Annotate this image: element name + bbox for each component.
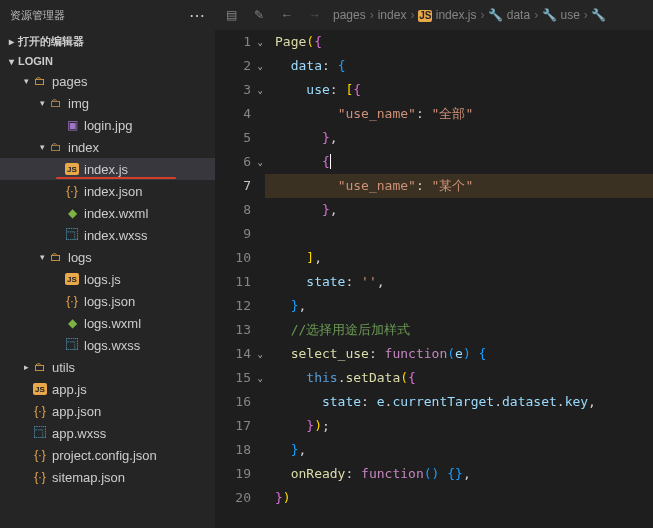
tree-item-label: logs.js bbox=[84, 272, 121, 287]
line-number[interactable]: 12 bbox=[215, 294, 261, 318]
breadcrumb-item[interactable]: pages bbox=[333, 8, 366, 22]
tree-item-sitemap-json[interactable]: {·}sitemap.json bbox=[0, 466, 215, 488]
code-line[interactable]: "use_name": "全部" bbox=[265, 102, 653, 126]
line-number[interactable]: 8 bbox=[215, 198, 261, 222]
code-line[interactable]: this.setData({ bbox=[265, 366, 653, 390]
tree-item-index-wxml[interactable]: ◆index.wxml bbox=[0, 202, 215, 224]
explorer-sidebar: 资源管理器 ⋯ ▸ 打开的编辑器 ▾ LOGIN ▾🗀pages▾🗀img▣lo… bbox=[0, 0, 215, 528]
fold-icon[interactable]: ⌄ bbox=[258, 366, 263, 390]
code-area: 1⌄2⌄3⌄456⌄7891011121314⌄15⌄1617181920 Pa… bbox=[215, 30, 653, 528]
code-line[interactable]: state: e.currentTarget.dataset.key, bbox=[265, 390, 653, 414]
line-number[interactable]: 9 bbox=[215, 222, 261, 246]
code-line[interactable]: }, bbox=[265, 438, 653, 462]
line-number[interactable]: 10 bbox=[215, 246, 261, 270]
breadcrumb-item[interactable]: index bbox=[378, 8, 407, 22]
sidebar-header: 资源管理器 ⋯ bbox=[0, 0, 215, 31]
tree-item-utils[interactable]: ▸🗀utils bbox=[0, 356, 215, 378]
tree-item-index[interactable]: ▾🗀index bbox=[0, 136, 215, 158]
code-line[interactable]: }, bbox=[265, 126, 653, 150]
code-content[interactable]: Page({ data: { use: [{ "use_name": "全部" … bbox=[265, 30, 653, 528]
bookmark-icon[interactable]: ✎ bbox=[249, 8, 269, 22]
code-line[interactable]: onReady: function() {}, bbox=[265, 462, 653, 486]
tree-item-app-wxss[interactable]: ⿹app.wxss bbox=[0, 422, 215, 444]
fold-icon[interactable]: ⌄ bbox=[258, 54, 263, 78]
code-line[interactable]: data: { bbox=[265, 54, 653, 78]
tree-item-index-js[interactable]: JSindex.js bbox=[0, 158, 215, 180]
tree-item-login-jpg[interactable]: ▣login.jpg bbox=[0, 114, 215, 136]
chevron-right-icon: ▸ bbox=[20, 362, 32, 372]
code-line[interactable]: //选择用途后加样式 bbox=[265, 318, 653, 342]
breadcrumb-item[interactable]: 🔧 data bbox=[488, 8, 530, 22]
code-line[interactable] bbox=[265, 222, 653, 246]
line-number[interactable]: 7 bbox=[215, 174, 261, 198]
sidebar-toggle-icon[interactable]: ▤ bbox=[221, 8, 241, 22]
tree-item-label: sitemap.json bbox=[52, 470, 125, 485]
tree-item-label: index bbox=[68, 140, 99, 155]
line-number[interactable]: 13 bbox=[215, 318, 261, 342]
tree-item-label: index.json bbox=[84, 184, 143, 199]
tree-item-label: index.wxss bbox=[84, 228, 148, 243]
tree-item-pages[interactable]: ▾🗀pages bbox=[0, 70, 215, 92]
code-line[interactable]: state: '', bbox=[265, 270, 653, 294]
editor-pane: ▤ ✎ ← → pages›index›JS index.js›🔧 data›🔧… bbox=[215, 0, 653, 528]
code-line[interactable]: Page({ bbox=[265, 30, 653, 54]
tree-item-logs-json[interactable]: {·}logs.json bbox=[0, 290, 215, 312]
fold-icon[interactable]: ⌄ bbox=[258, 78, 263, 102]
line-number[interactable]: 17 bbox=[215, 414, 261, 438]
tree-item-logs-js[interactable]: JSlogs.js bbox=[0, 268, 215, 290]
nav-forward-icon[interactable]: → bbox=[305, 8, 325, 22]
line-number[interactable]: 4 bbox=[215, 102, 261, 126]
open-editors-section[interactable]: ▸ 打开的编辑器 bbox=[0, 31, 215, 52]
tree-item-img[interactable]: ▾🗀img bbox=[0, 92, 215, 114]
line-number[interactable]: 2⌄ bbox=[215, 54, 261, 78]
more-actions-icon[interactable]: ⋯ bbox=[189, 6, 205, 25]
tree-item-label: logs.wxss bbox=[84, 338, 140, 353]
fold-icon[interactable]: ⌄ bbox=[258, 342, 263, 366]
code-line[interactable]: }); bbox=[265, 414, 653, 438]
line-number[interactable]: 6⌄ bbox=[215, 150, 261, 174]
code-line[interactable]: "use_name": "某个" bbox=[265, 174, 653, 198]
gutter[interactable]: 1⌄2⌄3⌄456⌄7891011121314⌄15⌄1617181920 bbox=[215, 30, 265, 528]
code-line[interactable]: }, bbox=[265, 198, 653, 222]
tree-item-label: index.js bbox=[84, 162, 128, 177]
fold-icon[interactable]: ⌄ bbox=[258, 30, 263, 54]
tree-item-logs-wxss[interactable]: ⿹logs.wxss bbox=[0, 334, 215, 356]
breadcrumb[interactable]: pages›index›JS index.js›🔧 data›🔧 use › 🔧 bbox=[333, 8, 647, 22]
line-number[interactable]: 18 bbox=[215, 438, 261, 462]
tree-item-label: index.wxml bbox=[84, 206, 148, 221]
tree-item-label: img bbox=[68, 96, 89, 111]
code-line[interactable]: use: [{ bbox=[265, 78, 653, 102]
breadcrumb-item[interactable]: JS index.js bbox=[418, 8, 476, 22]
line-number[interactable]: 19 bbox=[215, 462, 261, 486]
line-number[interactable]: 3⌄ bbox=[215, 78, 261, 102]
tree-item-app-json[interactable]: {·}app.json bbox=[0, 400, 215, 422]
chevron-down-icon: ▾ bbox=[4, 56, 18, 67]
tree-item-index-wxss[interactable]: ⿹index.wxss bbox=[0, 224, 215, 246]
chevron-down-icon: ▾ bbox=[20, 76, 32, 86]
code-line[interactable]: select_use: function(e) { bbox=[265, 342, 653, 366]
line-number[interactable]: 1⌄ bbox=[215, 30, 261, 54]
line-number[interactable]: 11 bbox=[215, 270, 261, 294]
tree-item-label: utils bbox=[52, 360, 75, 375]
line-number[interactable]: 16 bbox=[215, 390, 261, 414]
code-line[interactable]: { bbox=[265, 150, 653, 174]
code-line[interactable]: ], bbox=[265, 246, 653, 270]
tree-item-index-json[interactable]: {·}index.json bbox=[0, 180, 215, 202]
editor-toolbar: ▤ ✎ ← → pages›index›JS index.js›🔧 data›🔧… bbox=[215, 0, 653, 30]
fold-icon[interactable]: ⌄ bbox=[258, 150, 263, 174]
project-label: LOGIN bbox=[18, 55, 53, 67]
project-section[interactable]: ▾ LOGIN bbox=[0, 52, 215, 70]
line-number[interactable]: 20 bbox=[215, 486, 261, 510]
breadcrumb-item[interactable]: 🔧 use bbox=[542, 8, 580, 22]
code-line[interactable]: }, bbox=[265, 294, 653, 318]
code-line[interactable]: }) bbox=[265, 486, 653, 510]
line-number[interactable]: 14⌄ bbox=[215, 342, 261, 366]
line-number[interactable]: 5 bbox=[215, 126, 261, 150]
tree-item-app-js[interactable]: JSapp.js bbox=[0, 378, 215, 400]
tree-item-logs-wxml[interactable]: ◆logs.wxml bbox=[0, 312, 215, 334]
line-number[interactable]: 15⌄ bbox=[215, 366, 261, 390]
tree-item-project-config-json[interactable]: {·}project.config.json bbox=[0, 444, 215, 466]
nav-back-icon[interactable]: ← bbox=[277, 8, 297, 22]
tree-item-label: login.jpg bbox=[84, 118, 132, 133]
tree-item-logs[interactable]: ▾🗀logs bbox=[0, 246, 215, 268]
